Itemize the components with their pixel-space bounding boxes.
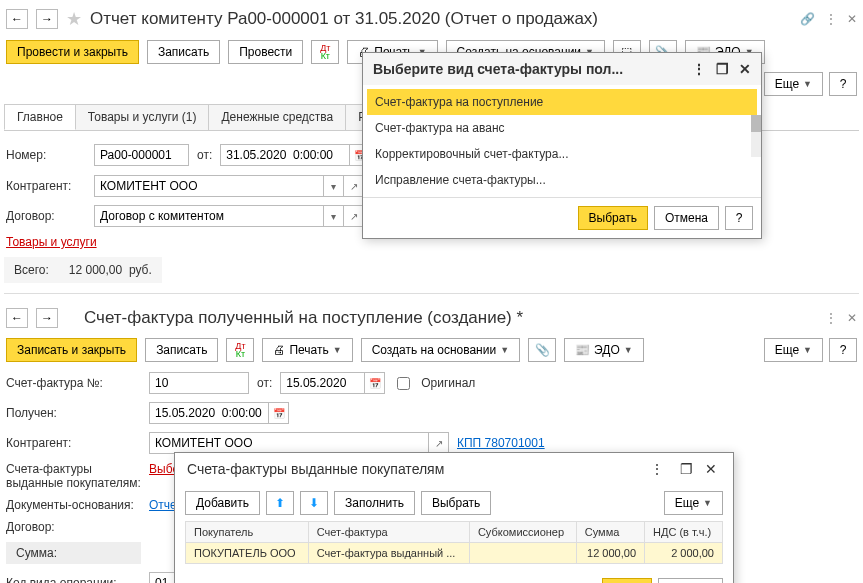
original-checkbox[interactable] [397, 377, 410, 390]
star-icon[interactable]: ★ [66, 8, 82, 30]
currency: руб. [129, 263, 152, 277]
popup-close-icon[interactable]: ✕ [739, 61, 751, 77]
tab-money[interactable]: Денежные средства [208, 104, 346, 130]
date-input[interactable] [220, 144, 350, 166]
received-date-input[interactable] [149, 402, 269, 424]
popup-item-receipt[interactable]: Счет-фактура на поступление [367, 89, 757, 115]
nav-fwd[interactable]: → [36, 308, 58, 328]
popup-item-advance[interactable]: Счет-фактура на аванс [367, 115, 757, 141]
open-icon[interactable]: ↗ [344, 205, 364, 227]
lbl-issued: Счета-фактуры выданные покупателям: [6, 462, 141, 490]
page-title: Отчет комитенту Ра00-000001 от 31.05.202… [90, 9, 792, 29]
popup2-restore-icon[interactable]: ❐ [680, 461, 693, 477]
open-icon[interactable]: ↗ [429, 432, 449, 454]
dtkt-button[interactable]: ДтКт [226, 338, 254, 362]
more-menu-icon[interactable]: ⋮ [825, 12, 837, 26]
contragent-input[interactable] [149, 432, 429, 454]
close-icon[interactable]: ✕ [847, 311, 857, 325]
lbl-sum: Сумма: [6, 542, 141, 564]
post-button[interactable]: Провести [228, 40, 303, 64]
select-button[interactable]: Выбрать [421, 491, 491, 515]
help-button[interactable]: ? [829, 338, 857, 362]
popup-cancel-button[interactable]: Отмена [654, 206, 719, 230]
tab-main[interactable]: Главное [4, 104, 76, 130]
lbl-from: от: [257, 376, 272, 390]
more-button[interactable]: Еще ▼ [764, 338, 823, 362]
open-icon[interactable]: ↗ [344, 175, 364, 197]
lbl-number: Номер: [6, 148, 86, 162]
create-based-button[interactable]: Создать на основании ▼ [361, 338, 520, 362]
calendar-icon[interactable]: 📅 [365, 372, 385, 394]
dropdown-icon[interactable]: ▾ [324, 205, 344, 227]
page-title: Счет-фактура полученный на поступление (… [84, 308, 817, 328]
add-button[interactable]: Добавить [185, 491, 260, 515]
lbl-docs: Документы-основания: [6, 498, 141, 512]
calendar-icon[interactable]: 📅 [269, 402, 289, 424]
lbl-contragent: Контрагент: [6, 436, 141, 450]
popup-select-button[interactable]: Выбрать [578, 206, 648, 230]
post-and-close-button[interactable]: Провести и закрыть [6, 40, 139, 64]
contract-input[interactable] [94, 205, 324, 227]
popup2-close-icon[interactable]: ✕ [705, 461, 717, 477]
move-up-button[interactable]: ⬆ [266, 491, 294, 515]
invoice-no-input[interactable] [149, 372, 249, 394]
col-buyer[interactable]: Покупатель [186, 522, 309, 543]
popup-item-correction[interactable]: Корректировочный счет-фактура... [367, 141, 757, 167]
more-menu-icon[interactable]: ⋮ [825, 311, 837, 325]
lbl-received: Получен: [6, 406, 141, 420]
ok-button[interactable]: OK [602, 578, 652, 583]
invoice-date-input[interactable] [280, 372, 365, 394]
popup-help-button[interactable]: ? [725, 206, 753, 230]
save-button[interactable]: Записать [147, 40, 220, 64]
lbl-total: Всего: [14, 263, 49, 277]
close-icon[interactable]: ✕ [847, 12, 857, 26]
nav-back[interactable]: ← [6, 308, 28, 328]
dtkt-button[interactable]: ДтКт [311, 40, 339, 64]
more-button[interactable]: Еще ▼ [764, 72, 823, 96]
total-amount: 12 000,00 [69, 263, 122, 277]
nav-fwd[interactable]: → [36, 9, 58, 29]
save-button[interactable]: Записать [145, 338, 218, 362]
more-button[interactable]: Еще ▼ [664, 491, 723, 515]
col-sub[interactable]: Субкомиссионер [469, 522, 576, 543]
col-sum[interactable]: Сумма [576, 522, 644, 543]
number-input[interactable] [94, 144, 189, 166]
save-and-close-button[interactable]: Записать и закрыть [6, 338, 137, 362]
popup-item-fix[interactable]: Исправление счета-фактуры... [367, 167, 757, 193]
edo-button[interactable]: 📰 ЭДО ▼ [564, 338, 644, 362]
link-icon[interactable]: 🔗 [800, 12, 815, 26]
popup-title: Выберите вид счета-фактуры пол... [373, 61, 682, 77]
help-button[interactable]: ? [829, 72, 857, 96]
scrollbar[interactable] [751, 115, 761, 157]
lbl-original: Оригинал [421, 376, 475, 390]
lbl-contragent: Контрагент: [6, 179, 86, 193]
nav-back[interactable]: ← [6, 9, 28, 29]
invoice-table: Покупатель Счет-фактура Субкомиссионер С… [185, 521, 723, 564]
col-vat[interactable]: НДС (в т.ч.) [645, 522, 723, 543]
table-row[interactable]: ПОКУПАТЕЛЬ ООО Счет-фактура выданный ...… [186, 543, 723, 564]
print-button[interactable]: 🖨 Печать ▼ [262, 338, 352, 362]
contragent-input[interactable] [94, 175, 324, 197]
lbl-contract: Договор: [6, 520, 141, 534]
lbl-invoice-no: Счет-фактура №: [6, 376, 141, 390]
popup2-title: Счета-фактуры выданные покупателям [187, 461, 642, 477]
attach-button[interactable]: 📎 [528, 338, 556, 362]
popup-restore-icon[interactable]: ❐ [716, 61, 729, 77]
popup2-more-icon[interactable]: ⋮ [650, 461, 664, 477]
cancel-button[interactable]: Отмена [658, 578, 723, 583]
kpp-link[interactable]: КПП 780701001 [457, 436, 545, 450]
tab-goods[interactable]: Товары и услуги (1) [75, 104, 210, 130]
goods-link[interactable]: Товары и услуги [6, 235, 97, 249]
dropdown-icon[interactable]: ▾ [324, 175, 344, 197]
lbl-contract: Договор: [6, 209, 86, 223]
lbl-from: от: [197, 148, 212, 162]
col-invoice[interactable]: Счет-фактура [308, 522, 469, 543]
fill-button[interactable]: Заполнить [334, 491, 415, 515]
move-down-button[interactable]: ⬇ [300, 491, 328, 515]
lbl-op-code: Код вида операции: [6, 576, 141, 583]
popup-more-icon[interactable]: ⋮ [692, 61, 706, 77]
